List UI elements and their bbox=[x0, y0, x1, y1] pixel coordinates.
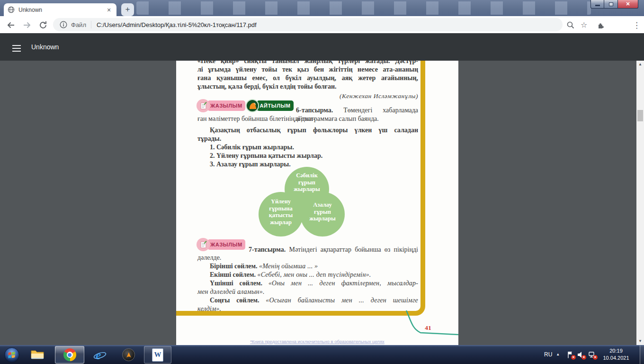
sentence1-text: «Менің ойымша ... » bbox=[259, 263, 318, 270]
browser-menu-kebab-icon[interactable]: ⋮ bbox=[633, 20, 641, 30]
window-minimize-button[interactable] bbox=[590, 0, 604, 9]
pdf-toolbar: Unknown 41 / 192 − 99% + ⋮ bbox=[0, 33, 644, 61]
tab-strip: Unknown ✕ + ✕ bbox=[0, 0, 644, 16]
back-icon[interactable] bbox=[6, 20, 16, 30]
paragraph-line: тұрады. bbox=[197, 135, 418, 143]
sentence-line: Бірінші сөйлем. «Менің ойымша ... » bbox=[197, 262, 418, 271]
network-disconnected-icon[interactable]: ✕ bbox=[588, 351, 596, 359]
diagram-circle-top-label: Сәбилік ғұрып жырлары bbox=[285, 172, 329, 193]
tray-expand-icon[interactable]: ▴ bbox=[557, 352, 559, 356]
scroll-down-icon[interactable]: ▼ bbox=[636, 337, 644, 345]
sentence-continuation: келдім». bbox=[197, 305, 418, 313]
writing-notepad-icon bbox=[197, 238, 210, 251]
sentence-continuation: мен дәлелдей аламын». bbox=[197, 288, 418, 296]
internet-explorer-taskbar-icon[interactable]: e bbox=[93, 348, 107, 363]
task7-label: 7-тапсырма. bbox=[249, 246, 286, 253]
minimize-icon bbox=[595, 5, 600, 6]
explorer-taskbar-icon[interactable] bbox=[30, 348, 45, 363]
paragraph-line: «Неке қияр» сияқты танымал жанрлық түрле… bbox=[197, 61, 418, 65]
extensions-puzzle-icon[interactable] bbox=[597, 21, 605, 29]
address-bar[interactable]: Файл C:/Users/Admin/Desktop/Қаз.тілі-5%2… bbox=[53, 18, 563, 31]
task7-heading: 7-тапсырма. Мәтіндегі ақпараттар бойынша… bbox=[249, 246, 418, 254]
wallpaper-glare bbox=[136, 1, 591, 15]
chrome-taskbar-button[interactable] bbox=[55, 346, 84, 364]
window-close-button[interactable]: ✕ bbox=[618, 0, 638, 9]
pdf-viewport[interactable]: «Неке қияр» сияқты танымал жанрлық түрле… bbox=[0, 61, 644, 345]
taskbar: e W RU ▴ ✕ bbox=[0, 345, 644, 364]
sentence2-label: Екінші сөйлем. bbox=[210, 271, 256, 278]
bookmark-star-icon[interactable]: ☆ bbox=[581, 20, 587, 29]
sentence-line: Екінші сөйлем. «Себебі, мен оны ... деп … bbox=[197, 271, 418, 279]
paragraph-line: лі ұғымда үйлену тойы тек қыз бен жігітт… bbox=[197, 65, 418, 74]
scroll-up-icon[interactable]: ▲ bbox=[636, 61, 644, 68]
tray-time: 20:19 bbox=[599, 347, 633, 355]
tray-date: 10.04.2021 bbox=[599, 355, 633, 362]
list-item: 1. Сәбилік ғұрып жырлары. bbox=[197, 143, 418, 152]
language-indicator[interactable]: RU bbox=[544, 351, 552, 358]
sentence3-label: Үшінші сөйлем. bbox=[210, 280, 262, 287]
diagram-circle-left-label: Үйлену ғұрпына қатысты жырлар bbox=[259, 198, 303, 226]
word-taskbar-button[interactable]: W bbox=[144, 346, 171, 364]
sentence3-text: «Оны мен ... деген фактілермен, мысалдар… bbox=[268, 280, 418, 287]
scrollbar-thumb[interactable] bbox=[637, 110, 643, 121]
aimp-taskbar-icon[interactable] bbox=[122, 348, 135, 361]
page-info-icon[interactable] bbox=[60, 21, 67, 28]
screen: Unknown ✕ + ✕ Файл C:/ bbox=[0, 0, 644, 364]
show-desktop-button[interactable] bbox=[640, 346, 644, 364]
tab-close-icon[interactable]: ✕ bbox=[105, 6, 113, 14]
author-credit: (Кенжехан Исләмжанұлы) bbox=[197, 92, 418, 100]
tray-clock[interactable]: 20:19 10.04.2021 bbox=[599, 347, 633, 362]
globe-favicon-icon bbox=[8, 6, 15, 13]
writing-badge: ЖАЗЫЛЫМ bbox=[207, 239, 245, 250]
forward-icon[interactable] bbox=[22, 20, 32, 30]
sentence-line: Үшінші сөйлем. «Оны мен ... деген фактіл… bbox=[197, 279, 418, 288]
paragraph-line: ғана қуанышы емес, ол бүкіл ауылдың, аяқ… bbox=[197, 74, 418, 82]
pdf-document-title: Unknown bbox=[31, 43, 59, 51]
paragraph-line: Қазақтың отбасылық ғұрып фольклоры үлкен… bbox=[197, 126, 418, 135]
task7-text-line2: дәлелде. bbox=[197, 254, 418, 262]
new-tab-button[interactable]: + bbox=[121, 3, 134, 16]
reload-icon[interactable] bbox=[38, 20, 48, 30]
url-text[interactable]: C:/Users/Admin/Desktop/Қаз.тілі-5%20кл-1… bbox=[97, 21, 257, 28]
task7-text: Мәтіндегі ақпараттар бойынша өз пікіріңд… bbox=[289, 246, 418, 253]
paragraph-line: ұлыстың, қала берді, бүкіл елдің тойы бо… bbox=[197, 82, 418, 91]
browser-toolbar: Файл C:/Users/Admin/Desktop/Қаз.тілі-5%2… bbox=[0, 16, 644, 33]
window-controls: ✕ bbox=[590, 0, 638, 9]
writing-notepad-icon bbox=[197, 99, 210, 112]
task6-text-line2: ған мәліметтер бойынша білетініңді диагр… bbox=[197, 115, 418, 123]
pdf-page: «Неке қияр» сияқты танымал жанрлық түрле… bbox=[176, 61, 458, 345]
action-center-flag-icon[interactable]: ✕ bbox=[566, 351, 574, 359]
sentence2-text: «Себебі, мен оны ... деп түсіндіремін». bbox=[257, 271, 371, 278]
copyright-footer: *Книга предоставлена исключительно в обр… bbox=[176, 339, 458, 344]
writing-badge: ЖАЗЫЛЫМ bbox=[207, 100, 245, 111]
scrollbar[interactable]: ▲ ▼ bbox=[636, 61, 644, 345]
sentence4-label: Соңғы сөйлем. bbox=[210, 297, 259, 304]
sentence4-text: «Осыған байланысты мен ... деген шешімге bbox=[266, 297, 418, 304]
list-item: 2. Үйлену ғұрпына қатысты жырлар. bbox=[197, 152, 418, 160]
tab-title: Unknown bbox=[18, 7, 105, 13]
start-button[interactable] bbox=[4, 347, 20, 364]
window-maximize-button[interactable] bbox=[604, 0, 618, 9]
maximize-icon bbox=[609, 2, 613, 6]
tab-unknown[interactable]: Unknown ✕ bbox=[4, 3, 116, 16]
speaking-person-icon bbox=[246, 99, 259, 112]
task6-label: 6-тапсырма. bbox=[296, 107, 333, 114]
volume-muted-icon[interactable]: ✕ bbox=[577, 351, 585, 359]
book-page-number: 41 bbox=[420, 324, 436, 332]
pdf-menu-icon[interactable] bbox=[12, 43, 21, 54]
zoom-indicator-icon[interactable] bbox=[566, 21, 575, 29]
sentence-line: Соңғы сөйлем. «Осыған байланысты мен ...… bbox=[197, 296, 418, 305]
word-icon: W bbox=[152, 348, 163, 362]
sentence1-label: Бірінші сөйлем. bbox=[210, 263, 257, 270]
url-scheme-label: Файл bbox=[71, 21, 86, 28]
chrome-icon bbox=[63, 348, 76, 361]
speaking-badge: АЙТЫЛЫМ bbox=[257, 100, 294, 111]
url-divider bbox=[91, 21, 91, 28]
diagram-circle-right-label: Азалау ғұрып жырлары bbox=[300, 201, 345, 222]
